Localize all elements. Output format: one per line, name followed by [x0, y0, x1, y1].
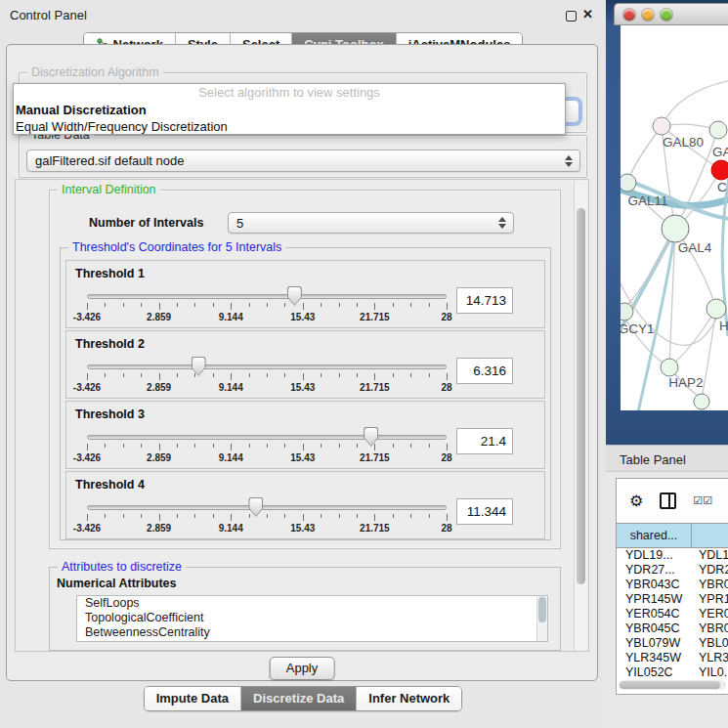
slider-scale-label: -3.426 [73, 312, 101, 322]
group-title-attributes: Attributes to discretize [58, 560, 186, 575]
settings-scroll-area: Interval Definition Number of Intervals … [15, 179, 589, 652]
attributes-to-discretize-group: Attributes to discretize Numerical Attri… [49, 567, 561, 651]
dropdown-option-manual[interactable]: Manual Discretization [14, 102, 565, 118]
slider-scale-label: 28 [441, 312, 451, 322]
slider-scale-label: 9.144 [219, 312, 243, 322]
vertical-scrollbar[interactable] [574, 181, 587, 651]
threshold-1-slider[interactable]: -3.4262.8599.14415.4321.71528 [87, 284, 447, 327]
table-row[interactable]: YLR345WYLR3... [617, 651, 728, 665]
network-edge[interactable] [621, 312, 669, 367]
table-row[interactable]: YPR145WYPR1... [617, 592, 728, 607]
slider-scale-label: 28 [441, 382, 451, 393]
table-row[interactable]: YDR27...YDR2... [617, 563, 728, 578]
threshold-2-slider[interactable]: -3.4262.8599.14415.4321.71528 [87, 355, 447, 398]
slider-scale-label: 21.715 [360, 452, 390, 463]
algorithm-dropdown-popup: Select algorithm to view settings Manual… [13, 83, 566, 135]
table-row[interactable]: YBL079WYBL0... [617, 636, 728, 651]
slider-thumb[interactable] [364, 427, 378, 447]
network-edge[interactable] [662, 80, 728, 126]
slider-scale-label: 2.859 [147, 523, 171, 534]
slider-thumb[interactable] [248, 497, 263, 517]
dropdown-option-equal-width[interactable]: Equal Width/Frequency Discretization [14, 118, 565, 135]
mac-close-button[interactable] [623, 9, 635, 21]
node-label: GAL4 [678, 240, 712, 255]
slider-scale-label: 15.43 [290, 452, 315, 463]
threshold-3-slider[interactable]: -3.4262.8599.14415.4321.71528 [87, 425, 447, 468]
tab-discretize-data[interactable]: Discretize Data [240, 687, 356, 710]
slider-scale-label: 15.43 [290, 382, 315, 393]
table-row[interactable]: YER054CYER0... [617, 607, 728, 621]
number-of-intervals-combobox[interactable]: 5 [228, 212, 514, 234]
slider-scale-label: -3.426 [73, 382, 101, 393]
slider-thumb[interactable] [192, 357, 206, 376]
column-header-shared-name[interactable]: shared... [617, 524, 692, 547]
network-node[interactable] [653, 117, 670, 135]
right-panel: GAL80GACGAL11GAL4GCY1HHAP2 Table Panel ⚙… [606, 0, 728, 728]
close-icon[interactable]: ✕ [582, 7, 593, 21]
slider-scale-label: 9.144 [219, 523, 243, 534]
table-row[interactable]: YDL19...YDL1... [617, 548, 728, 563]
node-label: GCY1 [621, 321, 654, 336]
gear-icon[interactable]: ⚙ [629, 493, 643, 509]
numerical-attributes-label: Numerical Attributes [57, 577, 176, 590]
table-row[interactable]: YBR045CYBR0... [617, 621, 728, 636]
interval-definition-group: Interval Definition Number of Intervals … [49, 190, 561, 549]
network-node[interactable] [707, 299, 726, 319]
apply-button[interactable]: Apply [270, 657, 335, 680]
list-scrollbar[interactable] [536, 596, 547, 641]
scrollbar-thumb[interactable] [620, 681, 720, 689]
table-data-combobox[interactable]: galFiltered.sif default node [26, 150, 580, 172]
threshold-3-value-field[interactable]: 21.4 [456, 428, 513, 454]
list-item[interactable]: SelfLoops [77, 596, 547, 611]
network-edge[interactable] [627, 126, 662, 183]
node-label: H [719, 319, 728, 333]
network-node[interactable] [662, 215, 689, 242]
control-panel: Control Panel ✕ Network Style Select Cyn… [0, 0, 606, 728]
tab-impute-data[interactable]: Impute Data [145, 687, 240, 710]
checkboxes-icon[interactable]: ☑☑ [693, 494, 712, 507]
column-header-name[interactable]: n... [692, 524, 728, 547]
panel-title: Control Panel [10, 8, 87, 22]
scrollbar-thumb[interactable] [577, 208, 585, 584]
tab-infer-network[interactable]: Infer Network [356, 687, 461, 710]
table-panel-titlebar: Table Panel [606, 445, 728, 472]
network-node[interactable] [621, 174, 636, 192]
horizontal-scrollbar[interactable] [619, 680, 726, 690]
network-view-canvas[interactable]: GAL80GACGAL11GAL4GCY1HHAP2 [621, 25, 728, 410]
table-rows: YDL19...YDL1...YDR27...YDR2...YBR043CYBR… [617, 548, 728, 685]
slider-scale-label: 9.144 [219, 382, 243, 393]
threshold-4-value-field[interactable]: 11.344 [456, 498, 513, 525]
node-table: ⚙ ☑☑ shared... n... YDL19...YDL1...YDR27… [616, 478, 728, 695]
table-panel-title: Table Panel [620, 452, 686, 467]
network-node[interactable] [694, 394, 709, 409]
table-toolbar: ⚙ ☑☑ [617, 479, 728, 523]
list-item[interactable]: TopologicalCoefficient [77, 611, 547, 625]
table-row[interactable]: YBR043CYBR0... [617, 578, 728, 592]
node-label: HAP2 [668, 375, 703, 390]
mac-minimize-button[interactable] [642, 9, 654, 21]
threshold-4-slider[interactable]: -3.4262.8599.14415.4321.71528 [87, 495, 447, 538]
network-node[interactable] [709, 121, 727, 139]
group-title-interval-definition: Interval Definition [58, 183, 160, 197]
mac-zoom-button[interactable] [661, 9, 672, 21]
column-split-icon[interactable] [660, 492, 676, 509]
combo-stepper-icon [565, 155, 573, 167]
table-row[interactable]: YIL052CYIL0... [617, 665, 728, 680]
node-label: GA [712, 145, 728, 159]
slider-scale-label: 28 [441, 523, 451, 534]
list-item[interactable]: BetweennessCentrality [77, 625, 547, 640]
threshold-1-value-field[interactable]: 14.713 [456, 287, 513, 314]
float-window-icon[interactable] [566, 11, 577, 21]
network-node[interactable] [621, 303, 633, 321]
node-label: GAL80 [663, 135, 704, 150]
slider-thumb[interactable] [287, 286, 302, 306]
threshold-2-value-field[interactable]: 6.316 [456, 358, 513, 384]
network-node[interactable] [661, 359, 678, 376]
network-node[interactable] [711, 160, 728, 180]
threshold-3-box: Threshold 3 -3.4262.8599.14415.4321.7152… [65, 401, 545, 469]
numerical-attributes-list[interactable]: SelfLoopsTopologicalCoefficientBetweenne… [76, 595, 548, 642]
network-graph: GAL80GACGAL11GAL4GCY1HHAP2 [621, 25, 728, 410]
group-title-thresholds: Threshold's Coordinates for 5 Intervals [68, 240, 285, 255]
network-window-titlebar[interactable] [614, 3, 728, 25]
dropdown-hint-item[interactable]: Select algorithm to view settings [14, 84, 565, 102]
